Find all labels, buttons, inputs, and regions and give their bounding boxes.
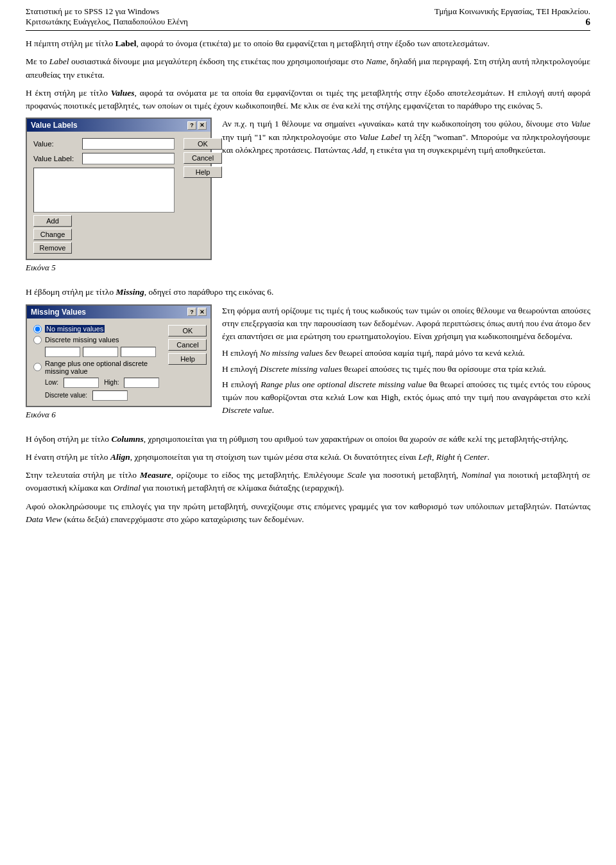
header-authors: Κριτσωτάκης Ευάγγελος, Παπαδοπούλου Ελέν… xyxy=(26,17,188,27)
missing-values-titlebar: Missing Values ? ✕ xyxy=(27,306,210,319)
main-dialog-buttons: OK Cancel Help xyxy=(184,138,222,254)
close-titlebar-btn[interactable]: ✕ xyxy=(198,121,207,130)
ikona6-no-missing: Η επιλογή No missing values δεν θεωρεί α… xyxy=(222,347,590,360)
radio-discrete: Discrete missing values xyxy=(33,336,159,344)
help-titlebar-btn[interactable]: ? xyxy=(187,121,196,130)
low-label: Low: xyxy=(45,379,58,386)
discrete-value-label: Discrete value: xyxy=(45,392,87,399)
paragraph-final: Αφού ολοκληρώσουμε τις επιλογές για την … xyxy=(26,500,590,527)
value-label-field-label: Value Label: xyxy=(33,155,78,162)
value-label-row: Value Label: xyxy=(33,153,175,164)
paragraph-values: Η έκτη στήλη με τίτλο Values, αφορά τα ο… xyxy=(26,87,590,113)
paragraph-label: Η πέμπτη στήλη με τίτλο Label, αφορά το … xyxy=(26,37,590,50)
value-labels-dialog: Value Labels ? ✕ Value: xyxy=(26,118,212,260)
header-left: Στατιστική με το SPSS 12 για Windows Κρι… xyxy=(26,6,188,27)
radio-discrete-input[interactable] xyxy=(33,336,42,344)
caption-5: Εικόνα 5 xyxy=(26,263,212,273)
page-container: Στατιστική με το SPSS 12 για Windows Κρι… xyxy=(0,0,616,865)
radio-discrete-label: Discrete missing values xyxy=(45,336,119,344)
value-labels-dialog-wrapper: Value Labels ? ✕ Value: xyxy=(26,118,212,279)
cancel-button[interactable]: Cancel xyxy=(184,152,222,164)
value-input[interactable] xyxy=(82,138,175,150)
paragraph-missing-intro: Η έβδομη στήλη με τίτλο Missing, οδηγεί … xyxy=(26,286,590,299)
missing-values-body: No missing values Discrete missing value… xyxy=(27,319,210,406)
mv-ok-button[interactable]: OK xyxy=(168,325,207,336)
paragraph-measure: Στην τελευταία στήλη με τίτλο Measure, ο… xyxy=(26,469,590,495)
value-action-buttons: Add Change Remove xyxy=(33,215,175,254)
page-number: 6 xyxy=(434,17,590,28)
ikona6-right-text: Στη φόρμα αυτή ορίζουμε τις τιμές ή τους… xyxy=(222,304,590,426)
remove-button[interactable]: Remove xyxy=(33,242,72,254)
radio-no-missing-label: No missing values xyxy=(45,325,105,333)
mv-main-buttons: OK Cancel Help xyxy=(168,325,207,401)
radio-no-missing-input[interactable] xyxy=(33,325,42,333)
discrete-value-row: Discrete value: xyxy=(45,390,159,401)
paragraph-label-desc: Με το Label ουσιαστικά δίνουμε μια μεγαλ… xyxy=(26,55,590,82)
ikona6-range: Η επιλογή Range plus one optional discre… xyxy=(222,378,590,417)
missing-values-section: Missing Values ? ✕ No missing values xyxy=(26,304,590,426)
titlebar-controls: ? ✕ xyxy=(187,121,207,130)
ikona6-intro: Στη φόρμα αυτή ορίζουμε τις τιμές ή τους… xyxy=(222,304,590,344)
value-labels-section: Value Labels ? ✕ Value: xyxy=(26,118,590,279)
ikona6-discrete: Η επιλογή Discrete missing values θεωρεί… xyxy=(222,363,590,376)
value-field-label: Value: xyxy=(33,140,78,148)
radio-range-input[interactable] xyxy=(33,363,42,371)
caption-6: Εικόνα 6 xyxy=(26,410,212,420)
ok-button[interactable]: OK xyxy=(184,138,222,150)
discrete-input-2[interactable] xyxy=(83,347,118,357)
mv-help-button[interactable]: Help xyxy=(168,353,207,365)
discrete-input-1[interactable] xyxy=(45,347,80,357)
value-row: Value: xyxy=(33,138,175,150)
value-labels-titlebar: Value Labels ? ✕ xyxy=(27,119,210,132)
mv-close-btn[interactable]: ✕ xyxy=(198,308,207,316)
page-header: Στατιστική με το SPSS 12 για Windows Κρι… xyxy=(26,6,590,31)
ikona5-right-text: Αν π.χ. η τιμή 1 θέλουμε να σημαίνει «γυ… xyxy=(222,118,590,279)
add-button[interactable]: Add xyxy=(33,215,72,227)
value-label-input[interactable] xyxy=(82,153,175,164)
mv-titlebar-controls: ? ✕ xyxy=(187,308,207,316)
help-button[interactable]: Help xyxy=(184,166,222,178)
missing-values-dialog: Missing Values ? ✕ No missing values xyxy=(26,304,212,407)
low-high-row: Low: High: xyxy=(45,378,159,388)
missing-values-title: Missing Values xyxy=(31,308,86,317)
paragraph-columns: Η όγδοη στήλη με τίτλο Columns, χρησιμοπ… xyxy=(26,433,590,446)
value-list xyxy=(33,168,175,213)
missing-values-dialog-wrapper: Missing Values ? ✕ No missing values xyxy=(26,304,212,426)
radio-range: Range plus one optional discrete missing… xyxy=(33,360,159,375)
paragraph-align: Η ένατη στήλη με τίτλο Align, χρησιμοποι… xyxy=(26,451,590,464)
mv-help-btn[interactable]: ? xyxy=(187,308,196,316)
high-label: High: xyxy=(104,379,119,386)
ikona5-description: Αν π.χ. η τιμή 1 θέλουμε να σημαίνει «γυ… xyxy=(222,118,590,157)
discrete-input-3[interactable] xyxy=(121,347,156,357)
header-right: Τμήμα Κοινωνικής Εργασίας, ΤΕΙ Ηρακλείου… xyxy=(434,6,590,28)
low-input[interactable] xyxy=(64,378,99,388)
header-title: Στατιστική με το SPSS 12 για Windows xyxy=(26,6,188,17)
value-labels-title: Value Labels xyxy=(31,121,78,130)
discrete-value-input[interactable] xyxy=(92,390,128,401)
value-labels-body: Value: Value Label: Add xyxy=(27,132,210,259)
change-button[interactable]: Change xyxy=(33,229,72,240)
mv-cancel-button[interactable]: Cancel xyxy=(168,339,207,351)
header-institution: Τμήμα Κοινωνικής Εργασίας, ΤΕΙ Ηρακλείου… xyxy=(434,6,590,17)
radio-range-label: Range plus one optional discrete missing… xyxy=(45,360,159,375)
high-input[interactable] xyxy=(124,378,159,388)
discrete-inputs xyxy=(45,347,159,357)
radio-no-missing: No missing values xyxy=(33,325,159,333)
